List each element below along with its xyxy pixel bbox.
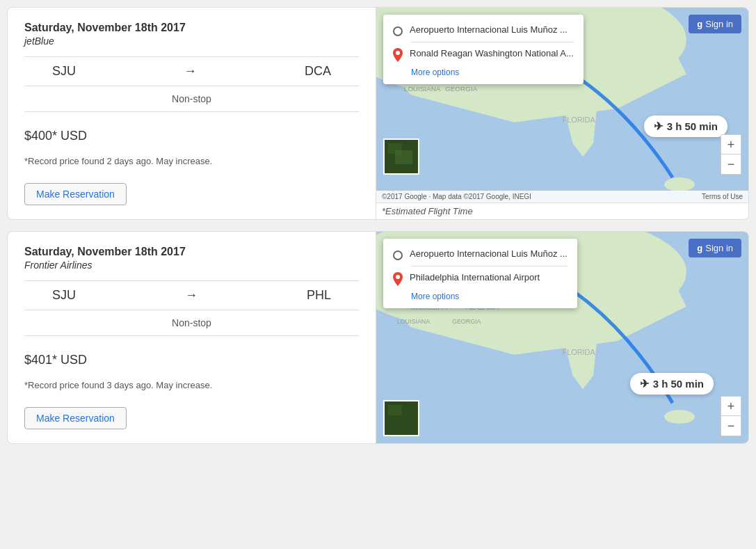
map-thumbnail-2 bbox=[383, 400, 419, 436]
map-container-1: ILLINOIS KANSAS MISSISSIPPI ALABAMA SOUT… bbox=[376, 8, 748, 219]
route-popup-2: Aeropuerto Internacional Luis Muñoz ... … bbox=[383, 239, 577, 308]
more-options-link-2[interactable]: More options bbox=[411, 292, 568, 301]
from-airport-1: SJU bbox=[52, 64, 76, 79]
map-copyright-1: ©2017 Google · Map data ©2017 Google, IN… bbox=[382, 193, 531, 200]
route-arrow-2: → bbox=[185, 288, 198, 303]
stop-type-row-1: Non-stop bbox=[24, 86, 359, 112]
google-icon-2: g bbox=[697, 243, 702, 253]
flight-info-1: Saturday, November 18th 2017 jetBlue SJU… bbox=[8, 8, 376, 219]
zoom-out-button-2[interactable]: − bbox=[721, 416, 741, 436]
price-1: $400* USD bbox=[24, 129, 359, 143]
svg-point-15 bbox=[664, 177, 695, 191]
popup-divider-2 bbox=[411, 266, 568, 266]
sign-in-button-1[interactable]: g Sign in bbox=[689, 15, 741, 33]
record-price-1: *Record price found 2 days ago. May incr… bbox=[24, 156, 359, 166]
origin-circle-icon-1 bbox=[393, 26, 403, 36]
map-thumbnail-1 bbox=[383, 138, 419, 175]
to-airport-text-2: Philadelphia International Airport bbox=[410, 272, 540, 283]
flight-info-2: Saturday, November 18th 2017 Frontier Ai… bbox=[8, 232, 376, 443]
flight-time-bubble-2: ✈ 3 h 50 min bbox=[630, 373, 714, 395]
zoom-out-button-1[interactable]: − bbox=[721, 154, 741, 174]
estimated-flight-label-1: *Estimated Flight Time bbox=[376, 202, 748, 219]
airplane-icon-2: ✈ bbox=[640, 377, 649, 390]
flight-date-1: Saturday, November 18th 2017 bbox=[24, 22, 359, 34]
from-airport-text-2: Aeropuerto Internacional Luis Muñoz ... bbox=[410, 248, 568, 259]
stop-type-label-1: Non-stop bbox=[172, 93, 211, 104]
route-row-2: SJU → PHL bbox=[24, 280, 359, 310]
make-reservation-button-2[interactable]: Make Reservation bbox=[24, 407, 127, 429]
svg-text:GEORGIA: GEORGIA bbox=[445, 85, 478, 93]
svg-point-36 bbox=[396, 275, 400, 279]
from-airport-text-1: Aeropuerto Internacional Luis Muñoz ... bbox=[410, 24, 568, 35]
flight-time-text-2: 3 h 50 min bbox=[653, 378, 704, 390]
flight-date-2: Saturday, November 18th 2017 bbox=[24, 246, 359, 258]
flight-card-2: Saturday, November 18th 2017 Frontier Ai… bbox=[7, 231, 749, 444]
record-price-2: *Record price found 3 days ago. May incr… bbox=[24, 380, 359, 390]
svg-point-17 bbox=[396, 51, 400, 55]
map-footer-1: ©2017 Google · Map data ©2017 Google, IN… bbox=[376, 191, 748, 202]
svg-text:GEORGIA: GEORGIA bbox=[452, 318, 481, 325]
destination-pin-icon-1 bbox=[393, 48, 403, 62]
price-2: $401* USD bbox=[24, 353, 359, 367]
route-arrow-1: → bbox=[184, 64, 197, 79]
map-area-2: ILLINOIS KANSAS MISSISSIPPI ALABAMA TENN… bbox=[376, 232, 748, 443]
to-airport-1: DCA bbox=[305, 64, 331, 79]
to-airport-popup-1: Ronald Reagan Washington National A... bbox=[393, 45, 574, 65]
svg-point-35 bbox=[664, 410, 695, 424]
flight-time-text-1: 3 h 50 min bbox=[667, 120, 718, 132]
svg-rect-20 bbox=[395, 150, 412, 164]
to-airport-popup-2: Philadelphia International Airport bbox=[393, 269, 568, 289]
more-options-link-1[interactable]: More options bbox=[411, 67, 574, 77]
route-row-1: SJU → DCA bbox=[24, 56, 359, 86]
terms-of-use-1[interactable]: Terms of Use bbox=[702, 193, 743, 200]
map-area-1: ILLINOIS KANSAS MISSISSIPPI ALABAMA SOUT… bbox=[376, 8, 748, 202]
stop-type-label-2: Non-stop bbox=[172, 317, 211, 328]
thumbnail-svg-2 bbox=[385, 401, 419, 436]
flight-card-1: Saturday, November 18th 2017 jetBlue SJU… bbox=[7, 7, 749, 220]
origin-circle-icon-2 bbox=[393, 250, 403, 260]
svg-text:LOUISIANA: LOUISIANA bbox=[404, 85, 441, 93]
to-airport-text-1: Ronald Reagan Washington National A... bbox=[410, 48, 574, 58]
make-reservation-button-1[interactable]: Make Reservation bbox=[24, 183, 127, 205]
from-airport-popup-1: Aeropuerto Internacional Luis Muñoz ... bbox=[393, 22, 574, 39]
destination-pin-icon-2 bbox=[393, 272, 403, 286]
svg-rect-38 bbox=[388, 405, 402, 415]
airline-name-2: Frontier Airlines bbox=[24, 260, 359, 271]
popup-divider-1 bbox=[411, 42, 574, 42]
sign-in-button-2[interactable]: g Sign in bbox=[689, 239, 741, 257]
svg-text:LOUISIANA: LOUISIANA bbox=[397, 318, 431, 325]
from-airport-popup-2: Aeropuerto Internacional Luis Muñoz ... bbox=[393, 246, 568, 263]
google-icon-1: g bbox=[697, 19, 702, 29]
route-popup-1: Aeropuerto Internacional Luis Muñoz ... … bbox=[383, 15, 584, 84]
thumbnail-svg-1 bbox=[385, 140, 419, 175]
zoom-in-button-1[interactable]: + bbox=[721, 135, 741, 154]
to-airport-2: PHL bbox=[307, 288, 331, 303]
zoom-in-button-2[interactable]: + bbox=[721, 397, 741, 416]
flight-time-bubble-1: ✈ 3 h 50 min bbox=[644, 116, 727, 137]
map-controls-2: + − bbox=[721, 396, 741, 436]
map-controls-1: + − bbox=[721, 134, 741, 175]
svg-text:FLORIDA: FLORIDA bbox=[563, 348, 596, 356]
stop-type-row-2: Non-stop bbox=[24, 310, 359, 336]
map-container-2: ILLINOIS KANSAS MISSISSIPPI ALABAMA TENN… bbox=[376, 232, 748, 443]
svg-text:FLORIDA: FLORIDA bbox=[563, 116, 596, 124]
airplane-icon-1: ✈ bbox=[654, 120, 663, 133]
airline-name-1: jetBlue bbox=[24, 35, 359, 47]
from-airport-2: SJU bbox=[52, 288, 76, 303]
